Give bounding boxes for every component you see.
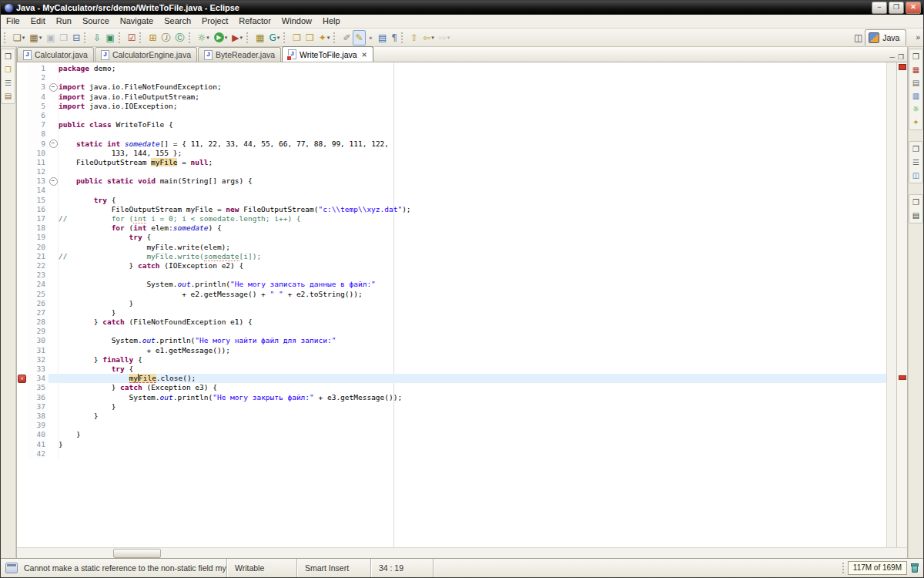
marker-ruler-cell[interactable] [17, 129, 27, 139]
code-text[interactable]: static int somedate[] = { 11, 22, 33, 44… [59, 139, 886, 149]
debug-fastview[interactable]: ☼ [910, 103, 922, 115]
code-text[interactable]: } finally { [59, 355, 886, 365]
fold-ruler-cell[interactable] [49, 196, 59, 205]
tab-close-icon[interactable]: ✕ [362, 51, 367, 59]
overview-error-marker[interactable] [899, 375, 906, 380]
overview-ruler[interactable] [896, 62, 907, 547]
marker-ruler-cell[interactable] [17, 120, 27, 129]
marker-ruler-cell[interactable] [17, 355, 27, 365]
marker-ruler-cell[interactable] [17, 412, 27, 421]
marker-ruler-cell[interactable] [17, 440, 27, 449]
code-text[interactable]: } [59, 412, 886, 421]
code-text[interactable] [59, 186, 886, 195]
fold-ruler-cell[interactable] [49, 412, 59, 421]
fold-ruler-cell[interactable] [49, 299, 59, 308]
vertical-scrollbar[interactable] [886, 62, 896, 547]
marker-ruler-cell[interactable] [17, 365, 27, 374]
fold-ruler-cell[interactable] [49, 440, 59, 449]
marker-ruler-cell[interactable] [17, 111, 27, 120]
menu-item-refactor[interactable]: Refactor [233, 15, 276, 28]
toolbar-overflow-chevron[interactable]: » [916, 33, 920, 42]
fold-ruler-cell[interactable] [49, 252, 59, 261]
fold-ruler-cell[interactable] [49, 318, 59, 327]
marker-ruler-cell[interactable] [17, 430, 27, 439]
print-button[interactable]: ⊟ [70, 30, 82, 45]
fold-ruler-cell[interactable] [49, 120, 59, 129]
marker-ruler-cell[interactable] [17, 299, 27, 308]
restore-views-button[interactable]: ❐ [2, 51, 14, 62]
debug-button[interactable]: ☼▾ [196, 30, 212, 45]
code-text[interactable]: } catch (Exception e3) { [59, 383, 886, 392]
window-close-button[interactable]: ✕ [906, 2, 921, 14]
code-text[interactable]: } [59, 440, 886, 449]
error-marker-icon[interactable]: ✕ [18, 375, 26, 383]
code-text[interactable]: } [59, 299, 886, 308]
open-type-button[interactable]: ❒ [303, 30, 316, 45]
window-minimize-button[interactable]: − [872, 2, 887, 14]
run-garbage-collector-button[interactable] [911, 563, 919, 573]
title-bar[interactable]: Java - MyCalculator/src/demo/WriteToFile… [1, 1, 923, 15]
link-with-editor-toggle[interactable]: ∙ [366, 30, 377, 45]
menu-item-run[interactable]: Run [51, 15, 77, 28]
fold-collapse-icon[interactable]: − [49, 83, 58, 92]
fold-ruler-cell[interactable] [49, 92, 59, 102]
fold-ruler-cell[interactable] [49, 430, 59, 439]
javadoc-fastview[interactable]: ▤ [910, 77, 922, 89]
new-junit-test-button[interactable]: Ⓙ [159, 30, 173, 45]
code-text[interactable]: FileOutputStream myFile = new FileOutput… [59, 205, 886, 214]
fold-ruler-cell[interactable]: − [49, 176, 59, 186]
marker-ruler-cell[interactable] [17, 233, 27, 242]
menu-item-edit[interactable]: Edit [25, 15, 51, 28]
fold-ruler-cell[interactable] [49, 308, 59, 318]
menu-item-help[interactable]: Help [317, 15, 346, 28]
fold-ruler-cell[interactable] [49, 111, 59, 120]
outline-fastview[interactable]: ☰ [910, 156, 922, 168]
code-text[interactable]: myFile.write(elem); [59, 243, 886, 252]
marker-ruler-cell[interactable] [17, 139, 27, 149]
fold-ruler-cell[interactable] [49, 336, 59, 345]
menu-item-navigate[interactable]: Navigate [115, 15, 159, 28]
marker-ruler-cell[interactable] [17, 149, 27, 158]
tab-calculator-java[interactable]: JCalculator.java [17, 47, 94, 62]
marker-ruler-cell[interactable] [17, 243, 27, 252]
fold-ruler-cell[interactable] [49, 280, 59, 289]
tab-calculatorengine-java[interactable]: JCalculatorEngine.java [95, 47, 197, 62]
code-text[interactable]: try { [59, 233, 886, 242]
code-text[interactable]: } catch (IOException e2) { [59, 261, 886, 271]
last-edit-location-button[interactable]: ⇧ [408, 30, 420, 45]
menu-item-project[interactable]: Project [196, 15, 233, 28]
fold-ruler-cell[interactable] [49, 327, 59, 336]
marker-ruler-cell[interactable] [17, 346, 27, 355]
tab-writetofile-java[interactable]: JWriteToFile.java✕ [282, 46, 373, 62]
marker-ruler-cell[interactable] [17, 158, 27, 167]
menu-item-window[interactable]: Window [276, 15, 317, 28]
code-text[interactable] [59, 271, 886, 280]
horizontal-scrollbar[interactable] [17, 547, 907, 558]
fold-ruler-cell[interactable] [49, 129, 59, 139]
code-text[interactable]: } catch (FileNotFoundException e1) { [59, 318, 886, 327]
fold-ruler-cell[interactable] [49, 449, 59, 459]
code-text[interactable] [59, 167, 886, 176]
code-text[interactable]: package demo; [59, 64, 886, 73]
code-text[interactable] [59, 449, 886, 459]
fold-ruler-cell[interactable] [49, 383, 59, 392]
fold-ruler-cell[interactable] [49, 261, 59, 271]
fold-ruler-cell[interactable] [49, 346, 59, 355]
fold-ruler-cell[interactable] [49, 421, 59, 430]
code-text[interactable]: + e2.getMessage() + " " + e2.toString())… [59, 290, 886, 299]
marker-ruler-cell[interactable] [17, 318, 27, 327]
console-fastview[interactable]: ▤ [910, 210, 922, 221]
navigator-fastview[interactable]: ▤ [2, 90, 14, 102]
templates-fastview[interactable]: ◫ [910, 170, 922, 181]
marker-ruler-cell[interactable] [17, 82, 27, 92]
marker-ruler-cell[interactable] [17, 223, 27, 233]
package-explorer-fastview[interactable]: ❒ [2, 64, 14, 76]
type-hierarchy-fastview[interactable]: ☰ [2, 77, 14, 89]
code-text[interactable]: FileOutputStream myFile = null; [59, 158, 886, 167]
code-text[interactable]: } [59, 402, 886, 412]
fold-ruler-cell[interactable] [49, 402, 59, 412]
marker-ruler-cell[interactable]: ✕ [17, 374, 27, 383]
fold-ruler-cell[interactable] [49, 149, 59, 158]
external-tools-button[interactable]: ▶▾ [229, 30, 245, 45]
fold-ruler-cell[interactable] [49, 205, 59, 214]
